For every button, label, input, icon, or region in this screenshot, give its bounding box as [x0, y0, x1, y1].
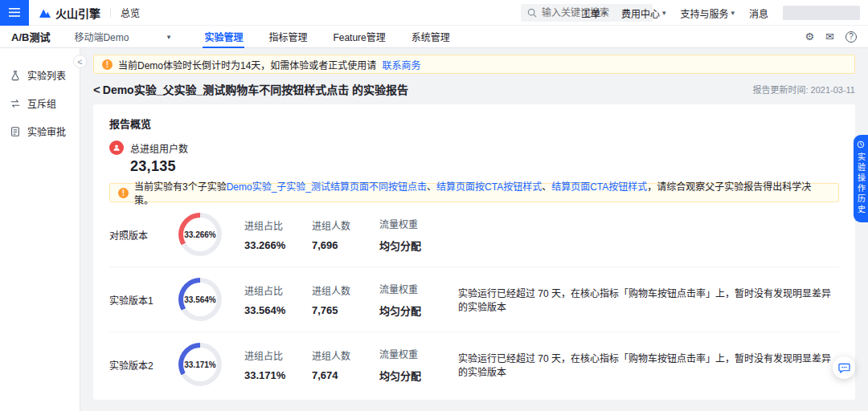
weight-value: 均匀分配 [379, 238, 444, 253]
menu-messages-label: 消息 [749, 6, 768, 20]
tab-feature-management[interactable]: Feature管理 [320, 26, 398, 47]
topbar-divider [110, 8, 111, 18]
swap-arrows-icon [10, 98, 21, 109]
enrollment-users-col: 进组人数 7,674 [312, 348, 376, 381]
hamburger-menu-button[interactable] [0, 0, 29, 26]
tab-system-management[interactable]: 系统管理 [399, 26, 463, 47]
ratio-value: 33.266% [244, 239, 309, 251]
users-value: 7,765 [312, 304, 376, 316]
back-icon[interactable]: < [93, 83, 100, 96]
trial-notice-text: 当前Demo体验时长倒计时为14天，如需体验或者正式使用请 [118, 58, 376, 71]
user-account-redacted[interactable] [783, 6, 860, 20]
enrollment-donut-chart: 33.171% [178, 343, 222, 386]
gear-icon[interactable]: ⚙ [805, 31, 814, 43]
overview-nav-link[interactable]: 总览 [121, 6, 140, 19]
volcengine-logo[interactable]: 火山引擎 [39, 5, 100, 21]
enrollment-ratio-col: 进组占比 33.171% [244, 348, 309, 381]
help-icon[interactable]: ? [845, 31, 857, 43]
menu-support[interactable]: 支持与服务 ▾ [680, 6, 735, 20]
menu-billing-label: 费用中心 [621, 6, 660, 20]
tab-experiment-management[interactable]: 实验管理 [191, 26, 256, 47]
menu-support-label: 支持与服务 [680, 6, 728, 20]
warning-icon: ! [118, 188, 129, 198]
weight-label: 流量权重 [379, 347, 444, 360]
warning-icon: ! [102, 59, 113, 70]
product-name: A/B测试 [11, 29, 50, 44]
total-users-stat: 总进组用户数 [109, 140, 839, 155]
subnav-icons: ⚙ ✉ ? [805, 31, 857, 43]
chevron-down-icon: ▾ [603, 9, 607, 17]
sub-notice-prefix: 当前实验有3个子实验 [134, 181, 227, 193]
logo-text: 火山引擎 [55, 5, 100, 21]
users-value: 7,696 [312, 239, 376, 251]
menu-billing[interactable]: 费用中心 ▾ [621, 6, 666, 20]
menu-messages[interactable]: 消息 [749, 6, 768, 20]
sub-experiment-link-1[interactable]: Demo实验_子实验_测试结算页面不同按钮点击 [227, 181, 427, 193]
version-label: 对照版本 [109, 228, 178, 242]
sub-experiments-notice: ! 当前实验有3个子实验Demo实验_子实验_测试结算页面不同按钮点击、结算页面… [109, 183, 839, 202]
version-description: 实验运行已经超过 70 天，在核心指标「购物车按钮点击率」上，暂时没有发现明显差… [458, 351, 839, 378]
ratio-value: 33.171% [244, 369, 309, 381]
sidebar-item-experiment-list[interactable]: 实验列表 [0, 61, 80, 89]
sidebar: < 实验列表 互斥组 实验审批 [0, 48, 80, 411]
sidebar-item-label: 实验审批 [27, 124, 66, 138]
chat-bubble-icon [838, 362, 850, 373]
user-icon [109, 140, 124, 155]
sub-notice-text: 当前实验有3个子实验Demo实验_子实验_测试结算页面不同按钮点击、结算页面按C… [134, 179, 830, 206]
users-value: 7,674 [312, 369, 376, 381]
report-update-time: 报告更新时间: 2021-03-11 [752, 83, 855, 96]
mail-icon[interactable]: ✉ [825, 31, 834, 43]
flask-icon [10, 70, 21, 81]
clock-history-icon [857, 140, 865, 149]
ratio-label: 进组占比 [244, 348, 309, 362]
users-label: 进组人数 [312, 283, 376, 297]
version-label: 实验版本1 [109, 293, 178, 307]
sub-experiment-link-2[interactable]: 结算页面按CTA按钮样式 [436, 181, 542, 193]
version-label: 实验版本2 [109, 358, 178, 372]
sidebar-item-label: 互斥组 [27, 96, 56, 110]
sidebar-collapse-button[interactable]: < [73, 55, 87, 68]
app-selector-dropdown[interactable]: 移动端Demo ▾ [74, 30, 170, 43]
search-icon [527, 8, 537, 18]
traffic-weight-col: 流量权重 均匀分配 [379, 217, 444, 253]
nav-tabs: 实验管理 指标管理 Feature管理 系统管理 [191, 26, 462, 47]
volcengine-logo-icon [39, 7, 51, 18]
version-row-variant-2: 实验版本2 33.171% 进组占比 33.171% 进组人数 7,674 流量… [109, 332, 839, 397]
approval-doc-icon [10, 126, 21, 137]
page-header: < Demo实验_父实验_测试购物车不同按钮样式点击 的实验报告 报告更新时间:… [93, 81, 855, 97]
traffic-weight-col: 流量权重 均匀分配 [379, 347, 444, 383]
chevron-down-icon: ▾ [731, 9, 735, 17]
hamburger-icon [9, 8, 20, 17]
total-users-value: 23,135 [130, 158, 839, 175]
report-overview-card: 报告概览 总进组用户数 23,135 ! 当前实验有3个子实验Demo实验_子实… [93, 104, 855, 400]
app-selector-value: 移动端Demo [74, 30, 129, 43]
enrollment-ratio-col: 进组占比 33.564% [244, 283, 309, 316]
sidebar-item-mutex-group[interactable]: 互斥组 [0, 89, 80, 117]
trial-notice-banner: ! 当前Demo体验时长倒计时为14天，如需体验或者正式使用请 联系商务 [93, 55, 855, 74]
weight-label: 流量权重 [379, 217, 444, 230]
donut-percentage: 33.171% [183, 348, 217, 381]
contact-sales-link[interactable]: 联系商务 [382, 58, 420, 71]
top-bar: 火山引擎 总览 工单 ▾ 费用中心 ▾ 支持与服务 ▾ 消息 [0, 0, 868, 26]
version-description: 实验运行已经超过 70 天，在核心指标「购物车按钮点击率」上，暂时没有发现明显差… [458, 286, 839, 313]
enrollment-ratio-col: 进组占比 33.266% [244, 218, 309, 251]
sidebar-item-experiment-approval[interactable]: 实验审批 [0, 117, 80, 145]
chevron-down-icon: ▾ [662, 9, 666, 17]
experiment-history-tab[interactable]: 实验操作历史 [854, 135, 868, 222]
ratio-label: 进组占比 [244, 218, 309, 232]
weight-value: 均匀分配 [379, 368, 444, 383]
card-title: 报告概览 [109, 116, 839, 131]
traffic-weight-col: 流量权重 均匀分配 [379, 282, 444, 318]
feedback-chat-button[interactable] [833, 356, 855, 379]
total-users-label: 总进组用户数 [130, 141, 188, 155]
chevron-down-icon: ▾ [167, 33, 171, 41]
tab-metric-management[interactable]: 指标管理 [256, 26, 320, 47]
version-row-control: 对照版本 33.266% 进组占比 33.266% 进组人数 7,696 流量权… [109, 202, 839, 267]
ratio-value: 33.564% [244, 304, 309, 316]
main-content: ! 当前Demo体验时长倒计时为14天，如需体验或者正式使用请 联系商务 < D… [80, 48, 868, 411]
ratio-label: 进组占比 [244, 283, 309, 297]
sub-experiment-link-3[interactable]: 结算页面CTA按钮样式 [551, 181, 647, 193]
enrollment-donut-chart: 33.564% [178, 278, 222, 321]
menu-tickets[interactable]: 工单 ▾ [581, 6, 607, 20]
users-label: 进组人数 [312, 348, 376, 362]
